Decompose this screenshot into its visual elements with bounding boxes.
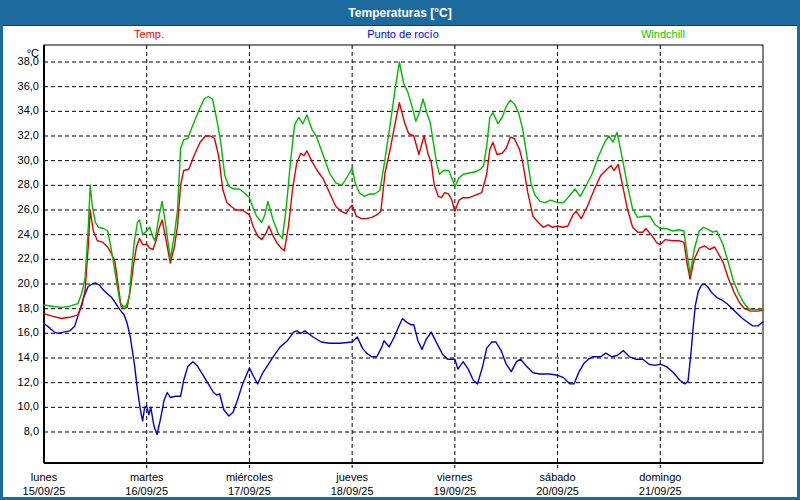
y-tick-label: 10,0 [3, 400, 39, 413]
day-name: domingo [614, 470, 706, 484]
day-name: sábado [512, 470, 604, 484]
day-date: 20/09/25 [512, 484, 604, 498]
day-date: 19/09/25 [409, 484, 501, 498]
title-bar: Temperaturas [°C] [3, 3, 797, 26]
series-temp-line [44, 103, 763, 319]
y-tick-label: 18,0 [3, 302, 39, 315]
day-date: 17/09/25 [203, 484, 295, 498]
plot-border [44, 45, 763, 463]
day-name: lunes [0, 470, 90, 484]
x-axis-day-label: lunes15/09/25 [0, 470, 90, 498]
x-axis-day-label: sábado20/09/25 [512, 470, 604, 498]
day-date: 16/09/25 [101, 484, 193, 498]
y-tick-label: 30,0 [3, 154, 39, 167]
temperature-line-chart [3, 3, 800, 500]
day-name: viernes [409, 470, 501, 484]
y-tick-label: 26,0 [3, 203, 39, 216]
window-title: Temperaturas [°C] [348, 6, 451, 20]
day-date: 15/09/25 [0, 484, 90, 498]
day-date: 21/09/25 [614, 484, 706, 498]
series-punto-de-rocio-line [44, 283, 763, 435]
legend-dew-point: Punto de rocío [367, 28, 439, 40]
weather-chart-window: Temperaturas [°C] Temp. Punto de rocío W… [0, 0, 800, 500]
day-name: miércoles [203, 470, 295, 484]
y-tick-label: 34,0 [3, 104, 39, 117]
y-tick-label: 16,0 [3, 326, 39, 339]
x-axis-day-label: jueves18/09/25 [306, 470, 398, 498]
x-axis-day-label: viernes19/09/25 [409, 470, 501, 498]
y-tick-label: 14,0 [3, 351, 39, 364]
series-windchill-line [44, 62, 763, 310]
y-tick-label: 22,0 [3, 252, 39, 265]
y-tick-label: 38,0 [3, 55, 39, 68]
x-axis-day-label: martes16/09/25 [101, 470, 193, 498]
y-tick-label: 8,0 [3, 425, 39, 438]
legend-temp: Temp. [134, 28, 164, 40]
x-axis-day-label: domingo21/09/25 [614, 470, 706, 498]
y-tick-label: 20,0 [3, 277, 39, 290]
y-tick-label: 24,0 [3, 228, 39, 241]
day-date: 18/09/25 [306, 484, 398, 498]
y-tick-label: 32,0 [3, 129, 39, 142]
y-tick-label: 28,0 [3, 178, 39, 191]
day-name: martes [101, 470, 193, 484]
y-tick-label: 36,0 [3, 80, 39, 93]
legend-windchill: Windchill [641, 28, 685, 40]
x-axis-day-label: miércoles17/09/25 [203, 470, 295, 498]
day-name: jueves [306, 470, 398, 484]
y-tick-label: 12,0 [3, 376, 39, 389]
